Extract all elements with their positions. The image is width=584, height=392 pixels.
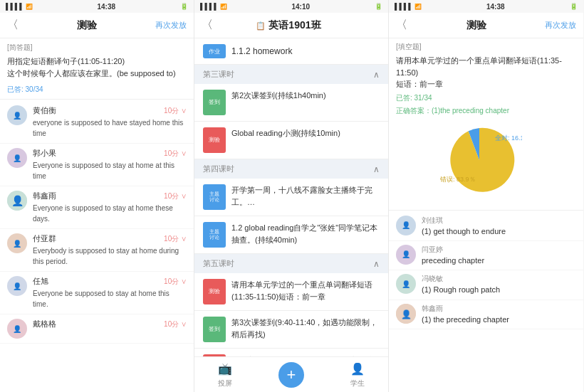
student-name: 郭小果 bbox=[33, 148, 56, 159]
lesson-tag: 测验 bbox=[203, 127, 226, 153]
left-action-button[interactable]: 再次发放 bbox=[155, 20, 187, 31]
right-question-tag: [填空题] bbox=[389, 38, 583, 53]
left-icons: 🔋 bbox=[180, 3, 188, 10]
student-score: 10分 ∨ bbox=[164, 149, 187, 159]
lesson-item[interactable]: 主题讨论 开学第一周，十八线不露脸女主播终于完工。… bbox=[194, 179, 388, 216]
add-icon: + bbox=[278, 362, 304, 388]
lesson-tag: 主题讨论 bbox=[203, 184, 226, 210]
student-answer: everyone is supposed to have stayed home… bbox=[33, 117, 187, 139]
avatar: 👤 bbox=[7, 276, 27, 296]
left-signal: ▌▌▌▌ 📶 bbox=[6, 3, 33, 10]
section-header-5[interactable]: 第五课时 ∧ bbox=[194, 254, 388, 273]
student-answer: Everybody is supposed to stay at home du… bbox=[33, 245, 187, 267]
left-top-nav: 〈 测验 再次发放 bbox=[0, 13, 194, 38]
student-answer: Everyone is supposed to stay at home the… bbox=[33, 203, 187, 224]
left-divider bbox=[0, 99, 194, 100]
avatar: 👤 bbox=[396, 274, 416, 294]
left-question-body: 用指定短语翻译句子(11:05-11:20)这个时候每个人都应该在家里。(be … bbox=[0, 54, 194, 83]
right-back-button[interactable]: 〈 bbox=[396, 18, 407, 33]
section-chevron: ∧ bbox=[373, 259, 380, 269]
right-top-nav: 〈 测验 再次发放 bbox=[389, 13, 583, 38]
avatar: 👤 bbox=[7, 191, 27, 211]
lesson-item[interactable]: 测验 请用本单元学过的一个重点单词翻译短语(11:35-11:50)短语：前一章 bbox=[194, 273, 388, 311]
right-correct-answer: 正确答案：(1)the preceding chapter bbox=[389, 105, 583, 119]
lesson-tag: 测验 bbox=[203, 279, 226, 304]
right-student-item: 👤 闫亚婷 preceding chapter bbox=[389, 241, 583, 270]
middle-bottom-nav: 📺 投屏 + 👤 学生 bbox=[194, 356, 388, 392]
middle-top-nav: 〈 📋 英语1901班 bbox=[194, 13, 388, 38]
lesson-text: 请用本单元学过的一个重点单词翻译短语(11:35-11:50)短语：前一章 bbox=[231, 279, 380, 302]
lesson-text: 1.2 global reading自学之"张姓"同学笔记本抽查。(持续40mi… bbox=[231, 222, 380, 245]
left-student-item: 👤 戴格格 10分 ∨ bbox=[0, 314, 194, 344]
student-score: 10分 ∨ bbox=[164, 277, 187, 287]
avatar: 👤 bbox=[7, 148, 27, 168]
left-status-bar: ▌▌▌▌ 📶 14:38 🔋 bbox=[0, 0, 194, 13]
section-chevron: ∧ bbox=[373, 70, 380, 80]
middle-back-button[interactable]: 〈 bbox=[202, 18, 213, 33]
lesson-text: 第3次课签到(9:40-11:40，如遇功能限制，稍后再找) bbox=[231, 317, 380, 340]
avatar: 👤 bbox=[396, 304, 416, 324]
lesson-tag: 签到 bbox=[203, 317, 226, 342]
avatar: 👤 bbox=[396, 245, 416, 265]
lesson-item[interactable]: 签到 第2次课签到(持续1h40min) bbox=[194, 84, 388, 122]
student-name: 韩鑫雨 bbox=[33, 191, 56, 201]
middle-title: 📋 英语1901班 bbox=[256, 19, 320, 32]
middle-icons: 🔋 bbox=[375, 3, 382, 10]
section-chevron: ∧ bbox=[373, 164, 380, 174]
right-student-content: 闫亚婷 preceding chapter bbox=[422, 245, 576, 266]
right-progress: 已答: 31/34 bbox=[389, 92, 583, 105]
left-student-item: 👤 任旭 10分 ∨ Everyone be supposed to stay … bbox=[0, 272, 194, 314]
section-header-4[interactable]: 第四课时 ∧ bbox=[194, 159, 388, 179]
right-student-content: 刘佳琪 (1) get though to endure bbox=[422, 216, 576, 237]
section-header-3[interactable]: 第三课时 ∧ bbox=[194, 65, 388, 84]
student-content: 黄伯衡 10分 ∨ everyone is supposed to have s… bbox=[33, 105, 187, 139]
student-name: 戴格格 bbox=[33, 319, 56, 329]
right-icons: 🔋 bbox=[570, 3, 578, 10]
student-name: 任旭 bbox=[33, 276, 48, 287]
right-signal: ▌▌▌▌ 📶 bbox=[395, 3, 422, 10]
students-icon: 👤 bbox=[350, 361, 365, 377]
right-action-button[interactable]: 再次发放 bbox=[545, 20, 576, 31]
student-content: 付亚群 10分 ∨ Everybody is supposed to stay … bbox=[33, 233, 187, 267]
lesson-item[interactable]: 测验 Global reading小测(持续10min) bbox=[194, 122, 388, 159]
students-label: 学生 bbox=[350, 378, 365, 388]
lesson-tag: 主题讨论 bbox=[203, 222, 226, 248]
pie-chart-svg: 全对: 16.1％ 错误: 83.9％ bbox=[437, 125, 522, 196]
middle-time: 14:10 bbox=[291, 3, 310, 11]
student-content: 任旭 10分 ∨ Everyone be supposed to stay at… bbox=[33, 276, 187, 309]
left-panel: ▌▌▌▌ 📶 14:38 🔋 〈 测验 再次发放 [简答题] 用指定短语翻译句子… bbox=[0, 0, 194, 392]
left-student-item: 👤 郭小果 10分 ∨ Everyone is supposed to stay… bbox=[0, 144, 194, 186]
left-progress: 已答: 30/34 bbox=[0, 83, 194, 97]
right-student-name: 冯晓敏 bbox=[422, 274, 576, 284]
right-student-item: 👤 冯晓敏 (1) Rough rough patch bbox=[389, 270, 583, 300]
lesson-item[interactable]: 签到 第3次课签到(9:40-11:40，如遇功能限制，稍后再找) bbox=[194, 311, 388, 349]
right-student-content: 韩鑫雨 (1) the preceding chapter bbox=[422, 304, 576, 325]
students-button[interactable]: 👤 学生 bbox=[350, 361, 365, 388]
homework-item[interactable]: 作业 1.1.2 homework bbox=[194, 38, 388, 65]
left-student-item: 👤 韩鑫雨 10分 ∨ Everyone is supposed to stay… bbox=[0, 186, 194, 229]
right-status-bar: ▌▌▌▌ 📶 14:38 🔋 bbox=[389, 0, 583, 13]
wrong-label: 错误: 83.9％ bbox=[439, 176, 476, 183]
correct-label: 全对: 16.1％ bbox=[495, 134, 522, 142]
student-answer: Everyone is supposed to stay at home at … bbox=[33, 160, 187, 181]
project-button[interactable]: 📺 投屏 bbox=[217, 361, 233, 388]
left-back-button[interactable]: 〈 bbox=[7, 18, 19, 33]
student-score: 10分 ∨ bbox=[164, 106, 187, 116]
right-scroll: [填空题] 请用本单元学过的一个重点单词翻译短语(11:35-11:50) 短语… bbox=[389, 38, 583, 392]
lesson-item[interactable]: 主题讨论 1.2 global reading自学之"张姓"同学笔记本抽查。(持… bbox=[194, 216, 388, 254]
right-question-note: 短语：前一章 bbox=[396, 80, 443, 88]
svg-text:👤: 👤 bbox=[11, 195, 24, 207]
left-student-item: 👤 付亚群 10分 ∨ Everybody is supposed to sta… bbox=[0, 229, 194, 272]
svg-text:👤: 👤 bbox=[401, 309, 412, 319]
right-student-answer: preceding chapter bbox=[422, 255, 576, 266]
lesson-item[interactable]: 测验 用指定短语翻译句子(11:05-11:20)这个时候每个人都应该在家里。(… bbox=[194, 349, 388, 356]
student-score: 10分 ∨ bbox=[164, 234, 187, 244]
right-student-name: 韩鑫雨 bbox=[422, 304, 576, 314]
right-student-answer: (1) the preceding chapter bbox=[422, 314, 576, 325]
middle-scroll[interactable]: 作业 1.1.2 homework 第三课时 ∧ 签到 第2次课签到(持续1h4… bbox=[194, 38, 388, 356]
right-time: 14:38 bbox=[486, 3, 505, 11]
project-label: 投屏 bbox=[218, 378, 232, 388]
add-button[interactable]: + bbox=[278, 362, 304, 388]
homework-text: 1.1.2 homework bbox=[231, 46, 292, 56]
middle-panel: ▌▌▌▌ 📶 14:10 🔋 〈 📋 英语1901班 作业 1.1.2 home… bbox=[194, 0, 389, 392]
